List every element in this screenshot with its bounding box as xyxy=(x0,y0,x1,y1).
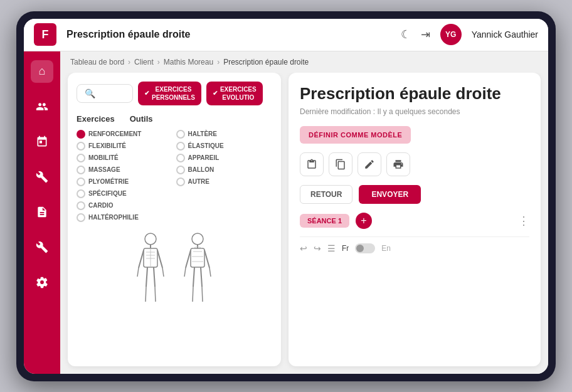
svg-line-22 xyxy=(193,267,194,287)
add-icon: + xyxy=(361,215,366,226)
logout-icon[interactable]: ⇥ xyxy=(421,28,430,41)
tag-ballon[interactable]: BALLON xyxy=(176,166,273,174)
sidebar: ⌂ xyxy=(24,51,60,374)
svg-line-7 xyxy=(146,267,147,287)
avatar[interactable]: YG xyxy=(440,24,462,45)
sidebar-item-home[interactable]: ⌂ xyxy=(31,60,53,83)
svg-line-5 xyxy=(157,250,162,268)
filter-btn-evolutio[interactable]: ✔ EXERCICESEVOLUTIO xyxy=(206,82,263,105)
filter-btn-personnels[interactable]: ✔ EXERCICESPERSONNELS xyxy=(138,82,201,105)
tag-specifique[interactable]: SPÉCIFIQUE xyxy=(77,189,173,198)
exercises-header: Exercices xyxy=(77,114,115,124)
breadcrumb: Tableau de bord › Client › Mathis Moreau… xyxy=(60,51,548,73)
tag-elastique[interactable]: ÉLASTIQUE xyxy=(176,142,273,151)
main-layout: ⌂ xyxy=(24,51,548,374)
tag-cardio[interactable]: CARDIO xyxy=(77,201,173,210)
moon-icon[interactable]: ☾ xyxy=(401,28,411,41)
right-panel: Prescription épaule droite Dernière modi… xyxy=(289,73,541,366)
search-icon: 🔍 xyxy=(85,88,95,98)
tag-renforcement[interactable]: RENFORCEMENT xyxy=(77,130,173,139)
sidebar-item-settings[interactable] xyxy=(31,271,53,294)
seance-row: SÉANCE 1 + ⋮ xyxy=(300,213,529,229)
svg-line-3 xyxy=(139,250,144,268)
filter-btn-evolutio-label: EXERCICESEVOLUTIO xyxy=(220,85,257,102)
tag-renforcement-indicator xyxy=(77,130,85,139)
svg-point-15 xyxy=(192,233,203,245)
tags-grid: RENFORCEMENT HALTÈRE FLEXIBILITÉ xyxy=(77,130,272,222)
breadcrumb-person[interactable]: Mathis Moreau xyxy=(164,58,213,66)
check-icon: ✔ xyxy=(144,89,149,97)
tag-plyometrie-indicator xyxy=(77,177,85,186)
body-figures xyxy=(77,228,272,310)
tag-halterophilie[interactable]: HALTÉROPHILIE xyxy=(77,213,173,222)
toggle-switch[interactable] xyxy=(355,243,375,253)
model-button[interactable]: DÉFINIR COMME MODÈLE xyxy=(300,126,411,144)
action-print-btn[interactable] xyxy=(386,152,410,176)
list-icon[interactable]: ☰ xyxy=(327,243,336,253)
breadcrumb-current: Prescription épaule droite xyxy=(223,58,309,66)
tag-elastique-indicator xyxy=(176,142,185,151)
action-clipboard-btn[interactable] xyxy=(300,152,324,176)
sidebar-item-notes[interactable] xyxy=(31,201,53,223)
breadcrumb-home[interactable]: Tableau de bord xyxy=(70,58,124,66)
tag-mobilite[interactable]: MOBILITÉ xyxy=(77,154,173,162)
dots-menu[interactable]: ⋮ xyxy=(518,214,529,228)
svg-line-21 xyxy=(209,268,211,277)
tag-massage[interactable]: MASSAGE xyxy=(77,166,173,174)
action-edit-btn[interactable] xyxy=(358,152,381,176)
redo-icon[interactable]: ↪ xyxy=(314,243,321,253)
tag-mobilite-indicator xyxy=(77,154,85,162)
breadcrumb-client[interactable]: Client xyxy=(134,58,154,66)
sidebar-item-tools[interactable] xyxy=(31,166,53,188)
sidebar-item-clients[interactable] xyxy=(31,95,53,118)
action-copy-btn[interactable] xyxy=(329,152,352,176)
user-name: Yannick Gauthier xyxy=(472,29,538,40)
tag-autre-indicator xyxy=(176,177,185,186)
last-modified: Dernière modification : Il y a quelques … xyxy=(300,107,529,116)
tag-specifique-indicator xyxy=(77,189,85,198)
svg-line-9 xyxy=(154,267,155,287)
check-icon-2: ✔ xyxy=(213,89,218,97)
tag-appareil[interactable]: APPAREIL xyxy=(176,154,273,162)
tag-flexibilite[interactable]: FLEXIBILITÉ xyxy=(77,142,173,151)
action-icons-row xyxy=(300,152,529,176)
tag-flexibilite-indicator xyxy=(77,142,85,151)
svg-line-19 xyxy=(184,268,186,277)
bottom-buttons: RETOUR ENVOYER xyxy=(300,185,529,204)
tag-haltere[interactable]: HALTÈRE xyxy=(176,130,273,139)
content-area: Tableau de bord › Client › Mathis Moreau… xyxy=(60,51,548,374)
editor-toolbar: ↩ ↪ ☰ Fr En xyxy=(300,236,529,253)
search-box[interactable]: 🔍 xyxy=(77,84,133,103)
section-headers: Exercices Outils xyxy=(77,114,272,124)
svg-point-0 xyxy=(145,233,156,245)
envoyer-button[interactable]: ENVOYER xyxy=(359,185,421,204)
tag-massage-indicator xyxy=(77,166,85,174)
svg-line-25 xyxy=(202,287,203,302)
sidebar-item-calendar[interactable] xyxy=(31,130,53,153)
toggle-knob xyxy=(356,245,364,252)
retour-button[interactable]: RETOUR xyxy=(300,185,352,204)
panels: 🔍 ✔ EXERCICESPERSONNELS ✔ EXERCICESEVOLU… xyxy=(60,73,548,374)
seance-badge[interactable]: SÉANCE 1 xyxy=(300,214,349,228)
tag-autre[interactable]: AUTRE xyxy=(176,177,273,186)
tag-plyometrie[interactable]: PLYOMÉTRIE xyxy=(77,177,173,186)
svg-rect-17 xyxy=(191,248,204,267)
sidebar-item-settings-tools[interactable] xyxy=(31,236,53,258)
top-bar: F Prescription épaule droite ☾ ⇥ YG Yann… xyxy=(24,19,548,51)
tag-haltere-indicator xyxy=(176,130,185,139)
lang-toggle[interactable] xyxy=(355,243,375,253)
add-seance-button[interactable]: + xyxy=(356,213,372,229)
prescription-title: Prescription épaule droite xyxy=(300,84,529,103)
svg-line-6 xyxy=(162,268,164,277)
filter-btn-personnels-label: EXERCICESPERSONNELS xyxy=(152,85,195,102)
top-bar-actions: ☾ ⇥ YG Yannick Gauthier xyxy=(401,24,538,45)
tag-cardio-indicator xyxy=(77,201,85,210)
page-title: Prescription épaule droite xyxy=(66,29,401,40)
svg-line-20 xyxy=(204,250,209,268)
svg-line-10 xyxy=(155,287,156,302)
svg-line-24 xyxy=(201,267,202,287)
svg-line-4 xyxy=(137,268,139,277)
undo-icon[interactable]: ↩ xyxy=(300,243,307,253)
body-back xyxy=(181,231,215,307)
svg-line-8 xyxy=(146,287,146,302)
